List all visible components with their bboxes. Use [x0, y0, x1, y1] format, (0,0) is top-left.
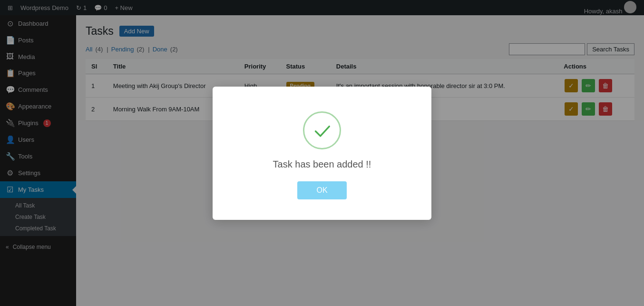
checkmark-icon: [312, 120, 332, 141]
modal-overlay: Task has been added !! OK: [0, 0, 644, 306]
success-circle: [303, 111, 341, 149]
ok-button[interactable]: OK: [297, 181, 346, 199]
modal-message: Task has been added !!: [273, 159, 371, 170]
success-modal: Task has been added !! OK: [213, 87, 431, 220]
